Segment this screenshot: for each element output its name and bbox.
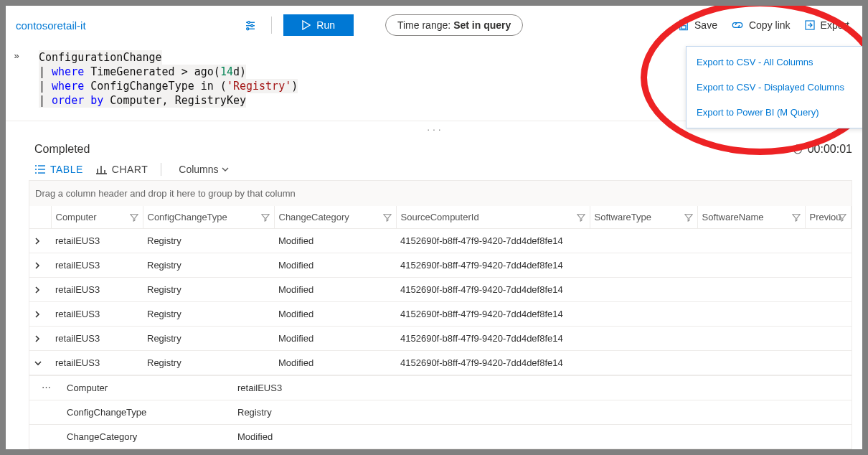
cell (697, 253, 805, 278)
export-menu-item[interactable]: Export to CSV - All Columns (687, 50, 862, 75)
cell: retailEUS3 (51, 302, 143, 327)
chevron-down-icon (222, 166, 229, 173)
cell (697, 278, 805, 302)
query-timer: 00:00:01 (792, 143, 852, 156)
save-icon (677, 19, 690, 32)
svg-point-1 (248, 22, 250, 24)
cell (805, 278, 852, 302)
cell: Modified (274, 229, 396, 253)
group-by-bar[interactable]: Drag a column header and drop it here to… (29, 180, 852, 206)
status-bar: Completed 00:00:01 (6, 137, 862, 156)
time-range-dropdown[interactable]: Time range: Set in query (385, 14, 523, 36)
filter-icon[interactable] (130, 213, 138, 222)
svg-rect-7 (681, 20, 686, 23)
clock-icon (792, 144, 803, 155)
results-table: ComputerConfigChangeTypeChangeCategorySo… (29, 206, 852, 376)
cell: Modified (274, 253, 396, 278)
column-header[interactable]: Previou (805, 206, 852, 229)
chart-icon (96, 164, 108, 174)
svg-point-5 (247, 28, 249, 30)
filter-icon[interactable] (838, 213, 846, 222)
filter-icon[interactable] (383, 213, 392, 222)
detail-key: Computer (62, 376, 233, 400)
cell: Modified (274, 302, 396, 327)
svg-point-3 (251, 24, 253, 27)
table-view-toggle[interactable]: TABLE (34, 164, 83, 175)
table-row: retailEUS3RegistryModified4152690f-b8ff-… (29, 253, 852, 278)
row-expand-icon[interactable] (29, 278, 51, 302)
filter-icon[interactable] (577, 213, 585, 222)
chart-view-toggle[interactable]: CHART (96, 164, 148, 175)
row-expand-icon[interactable] (29, 302, 51, 327)
cell: Modified (274, 278, 396, 302)
row-expand-icon[interactable] (29, 351, 51, 375)
column-header[interactable]: Computer (51, 206, 143, 229)
workspace-link[interactable]: contosoretail-it (16, 19, 90, 32)
save-button[interactable]: Save (674, 16, 720, 34)
cell: Registry (143, 327, 274, 351)
cell: retailEUS3 (51, 278, 143, 302)
filter-icon[interactable] (792, 213, 801, 222)
row-expand-icon[interactable] (29, 229, 51, 253)
cell: Registry (143, 253, 274, 278)
svg-marker-26 (577, 214, 584, 220)
view-separator (161, 163, 161, 176)
cell: 4152690f-b8ff-47f9-9420-7dd4def8fe14 (396, 253, 590, 278)
cell (805, 302, 852, 327)
svg-marker-28 (792, 214, 799, 220)
column-header[interactable]: ChangeCategory (274, 206, 396, 229)
detail-more-icon[interactable] (29, 425, 62, 449)
export-menu: Export to CSV - All ColumnsExport to CSV… (686, 46, 862, 128)
cell: 4152690f-b8ff-47f9-9420-7dd4def8fe14 (396, 327, 590, 351)
row-expand-icon[interactable] (29, 253, 51, 278)
copy-link-button[interactable]: Copy link (727, 16, 793, 34)
column-header[interactable]: SoftwareType (590, 206, 697, 229)
cell (697, 351, 805, 375)
expand-panel-icon[interactable]: » (6, 40, 27, 61)
play-icon (302, 20, 311, 30)
settings-icon[interactable] (241, 16, 260, 34)
status-label: Completed (34, 143, 90, 156)
cell (590, 351, 697, 375)
detail-value: Modified (233, 425, 852, 449)
cell: Registry (143, 351, 274, 375)
svg-marker-23 (130, 214, 137, 220)
column-header[interactable]: ConfigChangeType (143, 206, 274, 229)
export-button[interactable]: Export (801, 16, 852, 34)
filter-icon[interactable] (261, 213, 270, 222)
columns-dropdown[interactable]: Columns (174, 164, 228, 175)
time-range-prefix: Time range: (397, 19, 450, 31)
detail-value: retailEUS3 (233, 376, 852, 400)
export-menu-item[interactable]: Export to Power BI (M Query) (687, 100, 862, 125)
cell (805, 327, 852, 351)
svg-marker-25 (383, 214, 390, 220)
detail-row: ConfigChangeTypeRegistry (29, 400, 852, 425)
cell (697, 327, 805, 351)
cell: Modified (274, 351, 396, 375)
table-row: retailEUS3RegistryModified4152690f-b8ff-… (29, 327, 852, 351)
detail-key: ChangeCategory (62, 425, 233, 449)
cell: Modified (274, 327, 396, 351)
cell (805, 229, 852, 253)
table-row: retailEUS3RegistryModified4152690f-b8ff-… (29, 278, 852, 302)
svg-marker-27 (684, 214, 692, 220)
filter-icon[interactable] (684, 213, 693, 222)
detail-more-icon[interactable]: ⋯ (29, 376, 62, 400)
run-button[interactable]: Run (283, 14, 354, 36)
export-menu-item[interactable]: Export to CSV - Displayed Columns (687, 75, 862, 100)
table-row: retailEUS3RegistryModified4152690f-b8ff-… (29, 351, 852, 375)
detail-more-icon[interactable] (29, 400, 62, 424)
cell: 4152690f-b8ff-47f9-9420-7dd4def8fe14 (396, 351, 590, 375)
column-header[interactable]: SoftwareName (697, 206, 805, 229)
toolbar-separator (271, 17, 272, 34)
detail-row: ChangeCategoryModified (29, 425, 852, 449)
table-row: retailEUS3RegistryModified4152690f-b8ff-… (29, 302, 852, 327)
svg-marker-24 (261, 214, 268, 220)
column-header[interactable]: SourceComputerId (396, 206, 590, 229)
query-editor[interactable]: ConfigurationChange | where TimeGenerate… (27, 40, 301, 121)
row-expand-icon[interactable] (29, 327, 51, 351)
link-icon (730, 19, 745, 32)
cell (590, 253, 697, 278)
run-label: Run (316, 19, 335, 31)
cell: 4152690f-b8ff-47f9-9420-7dd4def8fe14 (396, 278, 590, 302)
